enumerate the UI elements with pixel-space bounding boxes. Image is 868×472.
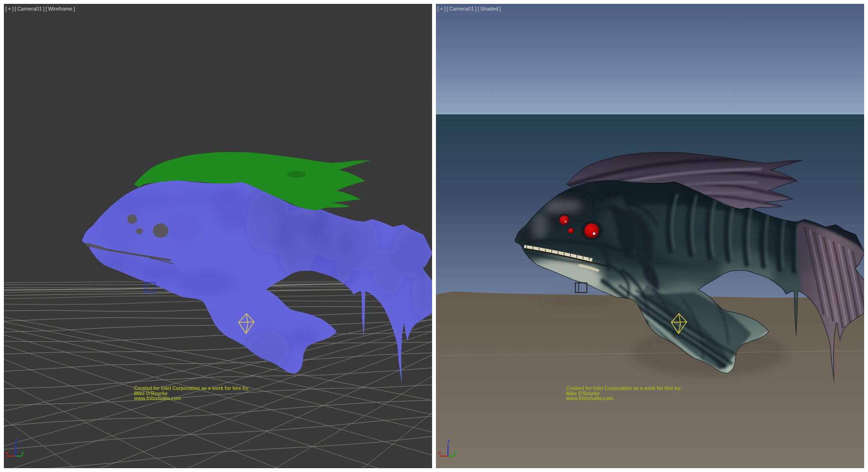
- svg-text:y: y: [454, 450, 457, 456]
- svg-text:z: z: [448, 438, 450, 444]
- svg-text:z: z: [15, 438, 17, 444]
- svg-text:x: x: [6, 450, 9, 456]
- svg-text:y: y: [21, 450, 24, 456]
- svg-text:x: x: [438, 450, 441, 456]
